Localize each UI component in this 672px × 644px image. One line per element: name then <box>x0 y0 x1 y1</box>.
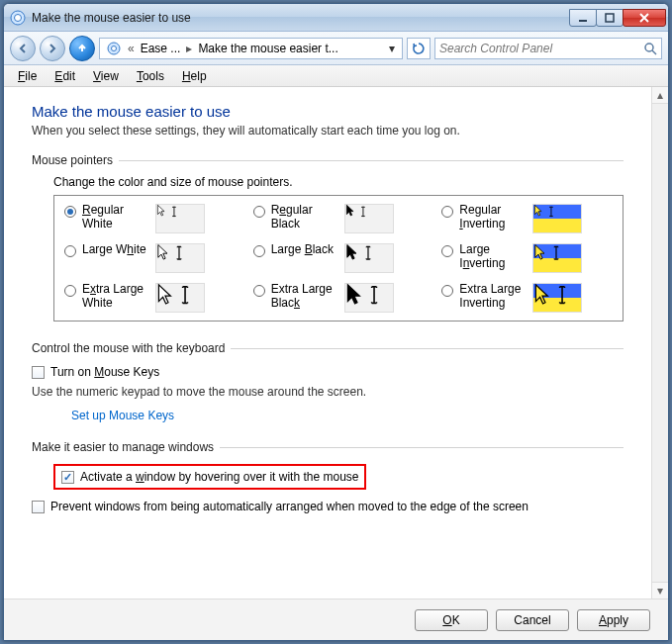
activate-hover-highlight: Activate a window by hovering over it wi… <box>53 464 366 490</box>
prevent-arrange-checkbox[interactable] <box>32 501 45 513</box>
pointer-option-5[interactable]: Large Inverting <box>441 243 613 273</box>
chevron-right-icon: ▸ <box>186 42 192 55</box>
svg-rect-2 <box>579 20 587 22</box>
vertical-scrollbar[interactable]: ▴ ▾ <box>651 87 668 598</box>
pointer-radio[interactable] <box>64 206 76 218</box>
group-manage-windows: Make it easier to manage windows <box>32 440 624 454</box>
cancel-button[interactable]: Cancel <box>496 609 569 631</box>
pointer-preview <box>532 243 582 273</box>
pointer-label: Extra Large Black <box>271 283 338 311</box>
search-placeholder: Search Control Panel <box>439 42 552 55</box>
pointer-label: Large Black <box>271 243 338 257</box>
navigation-bar: « Ease ... ▸ Make the mouse easier t... … <box>4 32 668 65</box>
pointer-radio[interactable] <box>64 285 76 297</box>
svg-line-7 <box>652 50 656 54</box>
pointer-radio[interactable] <box>253 285 265 297</box>
breadcrumb-segment-1[interactable]: Ease ... <box>137 42 185 55</box>
breadcrumb-dropdown[interactable]: ▾ <box>384 42 400 55</box>
pointer-preview <box>155 204 205 233</box>
pointer-option-0[interactable]: Regular White <box>64 204 236 233</box>
dialog-footer: OK Cancel Apply <box>4 598 668 640</box>
pointer-preview <box>532 204 582 233</box>
svg-point-5 <box>112 46 117 50</box>
pointer-radio[interactable] <box>253 245 265 257</box>
menubar: File Edit View Tools Help <box>4 65 668 87</box>
pointer-label: Extra Large Inverting <box>459 283 527 311</box>
pointer-label: Large White <box>82 243 149 257</box>
pointer-option-1[interactable]: Regular Black <box>253 204 425 233</box>
pointer-label: Large Inverting <box>459 243 527 271</box>
minimize-button[interactable] <box>569 9 597 27</box>
mousekeys-label[interactable]: Turn on Mouse Keys <box>50 365 159 379</box>
back-button[interactable] <box>10 36 36 61</box>
page-subtitle: When you select these settings, they wil… <box>32 124 624 138</box>
pointer-option-3[interactable]: Large White <box>64 243 236 273</box>
pointer-preview <box>344 243 394 273</box>
svg-rect-3 <box>606 14 614 22</box>
pointer-preview <box>155 243 205 273</box>
group-keyboard-mouse: Control the mouse with the keyboard <box>32 341 624 355</box>
pointer-option-6[interactable]: Extra Large White <box>64 283 236 313</box>
pointer-label: Extra Large White <box>82 283 149 311</box>
mousekeys-checkbox[interactable] <box>32 366 45 379</box>
pointers-caption: Change the color and size of mouse point… <box>53 175 624 189</box>
menu-help[interactable]: Help <box>174 67 215 85</box>
window-title: Make the mouse easier to use <box>32 11 570 25</box>
menu-file[interactable]: File <box>10 67 45 85</box>
scroll-down-icon[interactable]: ▾ <box>652 582 668 598</box>
setup-mouse-keys-link[interactable]: Set up Mouse Keys <box>71 409 624 422</box>
menu-tools[interactable]: Tools <box>129 67 172 85</box>
group-mouse-pointers: Mouse pointers <box>32 153 624 167</box>
pointer-radio[interactable] <box>441 285 453 297</box>
pointer-radio[interactable] <box>64 245 76 257</box>
refresh-button[interactable] <box>407 38 431 59</box>
pointer-options-box: Regular WhiteRegular BlackRegular Invert… <box>53 195 624 322</box>
app-icon <box>10 10 26 26</box>
breadcrumb[interactable]: « Ease ... ▸ Make the mouse easier t... … <box>99 38 403 59</box>
pointer-preview <box>532 283 582 313</box>
pointer-preview <box>155 283 205 313</box>
content-area: Make the mouse easier to use When you se… <box>4 87 651 598</box>
pointer-label: Regular Inverting <box>459 204 527 231</box>
pointer-option-4[interactable]: Large Black <box>253 243 425 273</box>
prevent-arrange-label[interactable]: Prevent windows from being automatically… <box>50 500 528 513</box>
pointer-label: Regular White <box>82 204 149 231</box>
page-title: Make the mouse easier to use <box>32 103 624 120</box>
titlebar[interactable]: Make the mouse easier to use <box>4 4 668 32</box>
menu-edit[interactable]: Edit <box>47 67 83 85</box>
pointer-radio[interactable] <box>253 206 265 218</box>
activate-hover-checkbox[interactable] <box>61 471 74 484</box>
activate-hover-label[interactable]: Activate a window by hovering over it wi… <box>80 470 358 484</box>
ok-button[interactable]: OK <box>415 609 488 631</box>
menu-view[interactable]: View <box>85 67 127 85</box>
pointer-preview <box>344 204 394 233</box>
maximize-button[interactable] <box>596 9 624 27</box>
up-button[interactable] <box>69 36 95 61</box>
pointer-option-2[interactable]: Regular Inverting <box>441 204 613 233</box>
svg-point-1 <box>15 14 22 21</box>
breadcrumb-segment-2[interactable]: Make the mouse easier t... <box>194 42 341 55</box>
pointer-label: Regular Black <box>271 204 338 231</box>
search-icon <box>643 42 657 55</box>
scroll-up-icon[interactable]: ▴ <box>652 87 668 104</box>
pointer-radio[interactable] <box>441 245 453 257</box>
forward-button[interactable] <box>40 36 65 61</box>
pointer-option-7[interactable]: Extra Large Black <box>253 283 425 313</box>
pointer-radio[interactable] <box>441 206 453 218</box>
svg-point-6 <box>645 44 653 51</box>
chevron-right-icon[interactable]: « <box>128 42 135 55</box>
search-input[interactable]: Search Control Panel <box>434 38 662 59</box>
mousekeys-description: Use the numeric keypad to move the mouse… <box>32 385 624 399</box>
pointer-preview <box>344 283 394 313</box>
window-frame: Make the mouse easier to use « Ease ... … <box>3 3 669 641</box>
pointer-option-8[interactable]: Extra Large Inverting <box>441 283 613 313</box>
breadcrumb-root-icon[interactable] <box>102 41 126 56</box>
apply-button[interactable]: Apply <box>577 609 650 631</box>
close-button[interactable] <box>623 9 666 27</box>
